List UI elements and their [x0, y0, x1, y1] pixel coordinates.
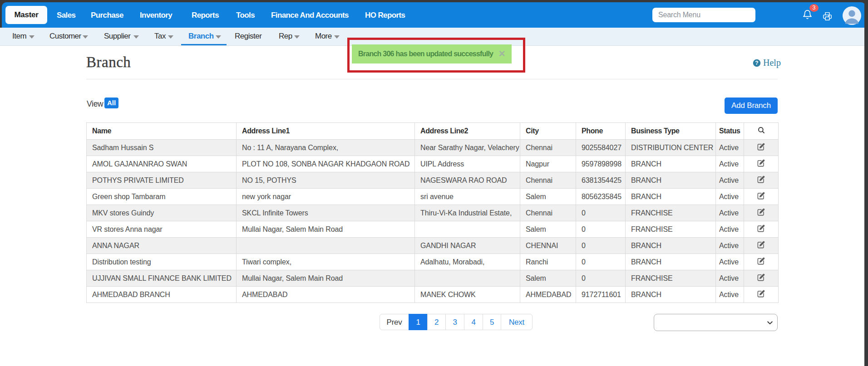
svg-text:?: ?: [755, 60, 758, 66]
